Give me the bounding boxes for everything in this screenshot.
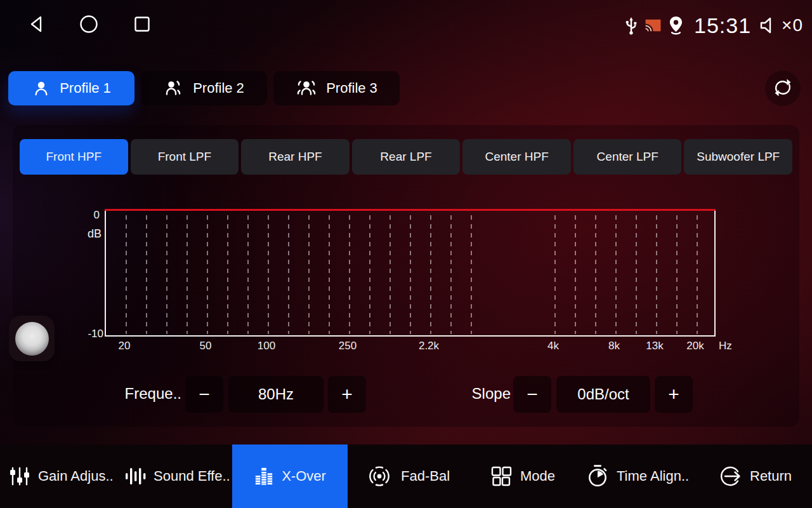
tab-center-hpf[interactable]: Center HPF — [462, 139, 571, 175]
grid-line — [146, 215, 147, 334]
y-axis-unit-label: dB — [72, 227, 102, 241]
nav-gain-adjust[interactable]: Gain Adjus.. — [9, 444, 114, 508]
slope-minus-button[interactable]: − — [513, 376, 551, 413]
frequency-label: Freque.. — [119, 385, 181, 403]
profile-3-button[interactable]: Profile 3 — [273, 71, 400, 105]
android-recents-button[interactable] — [131, 13, 154, 36]
nav-mode[interactable]: Mode — [490, 444, 555, 508]
nav-label: Sound Effe.. — [154, 468, 230, 485]
x-axis-unit-label: Hz — [719, 340, 732, 352]
tab-front-hpf[interactable]: Front HPF — [20, 139, 128, 175]
nav-x-over[interactable]: X-Over — [232, 444, 348, 508]
response-curve — [105, 209, 716, 211]
profile-tabs: Profile 1 Profile 2 Profile 3 — [8, 71, 400, 105]
grid-line — [554, 215, 556, 334]
grid-line — [390, 215, 391, 334]
grid-line — [349, 215, 350, 334]
floating-assist-button[interactable] — [9, 316, 55, 361]
nav-label: Return — [750, 468, 792, 485]
user-wave-icon — [164, 79, 184, 98]
nav-sound-effect[interactable]: Sound Effe.. — [124, 444, 230, 508]
slope-plus-button[interactable]: + — [655, 376, 693, 413]
nav-label: X-Over — [282, 468, 326, 485]
cast-icon — [645, 18, 662, 33]
x-tick-label: 8k — [608, 340, 620, 352]
grid-line — [369, 215, 370, 334]
frequency-response-plot — [105, 210, 716, 337]
grid-line — [308, 215, 310, 334]
frequency-plus-button[interactable]: + — [328, 376, 366, 413]
x-tick-label: 250 — [339, 340, 357, 352]
gain-sliders-icon — [9, 465, 30, 487]
tab-center-lpf[interactable]: Center LPF — [573, 139, 682, 175]
x-tick-label: 2.2k — [419, 340, 439, 352]
back-icon — [25, 13, 48, 36]
waveform-icon — [124, 465, 146, 487]
profile-label: Profile 3 — [326, 80, 377, 97]
x-tick-labels: Hz 20501002502.2k4k8k13k20k — [105, 340, 777, 355]
usb-icon — [624, 16, 639, 36]
profile-label: Profile 2 — [193, 80, 244, 97]
grid-line — [187, 215, 188, 334]
grid-line — [410, 215, 411, 334]
recents-square-icon — [131, 13, 154, 36]
android-home-button[interactable] — [77, 13, 100, 36]
tab-subwoofer-lpf[interactable]: Subwoofer LPF — [684, 139, 792, 175]
grid-line — [450, 215, 452, 334]
speaker-waves-icon — [365, 465, 393, 488]
tab-rear-hpf[interactable]: Rear HPF — [241, 139, 350, 175]
nav-label: Gain Adjus.. — [38, 468, 114, 485]
slope-value: 0dB/oct — [556, 376, 650, 413]
grid-squares-icon — [490, 465, 513, 488]
grid-line — [676, 215, 678, 334]
grid-line — [471, 215, 472, 334]
nav-time-align[interactable]: Time Align.. — [586, 444, 689, 508]
volume-level: ×0 — [782, 15, 803, 36]
grid-line — [595, 215, 596, 334]
x-tick-label: 20 — [119, 340, 131, 352]
nav-label: Mode — [520, 468, 555, 485]
grid-line — [126, 215, 127, 334]
home-circle-icon — [77, 13, 100, 36]
nav-return[interactable]: Return — [718, 444, 792, 508]
grid-line — [615, 215, 617, 334]
grid-line — [430, 215, 431, 334]
grid-line — [329, 215, 330, 334]
x-tick-label: 50 — [200, 340, 212, 352]
status-icons: 15:31 ×0 — [624, 0, 803, 51]
refresh-icon — [771, 77, 794, 100]
profile-1-button[interactable]: Profile 1 — [8, 71, 134, 105]
profile-2-button[interactable]: Profile 2 — [141, 71, 267, 105]
android-back-button[interactable] — [25, 13, 48, 36]
grid-line — [288, 215, 289, 334]
nav-label: Fad-Bal — [401, 468, 450, 485]
filter-tab-bar: Front HPF Front LPF Rear HPF Rear LPF Ce… — [20, 139, 792, 175]
user-waves-icon — [296, 79, 317, 98]
tab-rear-lpf[interactable]: Rear LPF — [352, 139, 461, 175]
tab-front-lpf[interactable]: Front LPF — [131, 139, 239, 175]
frequency-minus-button[interactable]: − — [185, 376, 223, 413]
y-axis-bottom-label: -10 — [70, 328, 103, 340]
stopwatch-icon — [586, 464, 609, 488]
equalizer-icon — [254, 466, 274, 486]
slope-label: Slope — [466, 385, 511, 403]
grid-line — [575, 215, 576, 334]
volume-muted-icon — [759, 16, 776, 35]
screen: 15:31 ×0 Profile 1 Profile 2 — [0, 0, 812, 508]
grid-line — [166, 215, 167, 334]
frequency-value: 80Hz — [228, 376, 324, 413]
x-tick-label: 100 — [258, 340, 275, 352]
grid-line — [656, 215, 657, 334]
grid-line — [247, 215, 249, 334]
y-axis-top-label: 0 — [76, 209, 100, 222]
return-arrow-icon — [718, 465, 742, 488]
nav-label: Time Align.. — [617, 468, 689, 485]
status-bar: 15:31 ×0 — [0, 0, 812, 51]
x-tick-label: 4k — [547, 340, 559, 352]
knob-ball — [15, 322, 49, 356]
grid-line — [268, 215, 269, 334]
nav-fad-bal[interactable]: Fad-Bal — [365, 444, 450, 508]
reset-button[interactable] — [765, 70, 801, 106]
profile-label: Profile 1 — [60, 80, 111, 97]
bottom-nav-bar: Gain Adjus.. Sound Effe.. — [0, 444, 812, 508]
